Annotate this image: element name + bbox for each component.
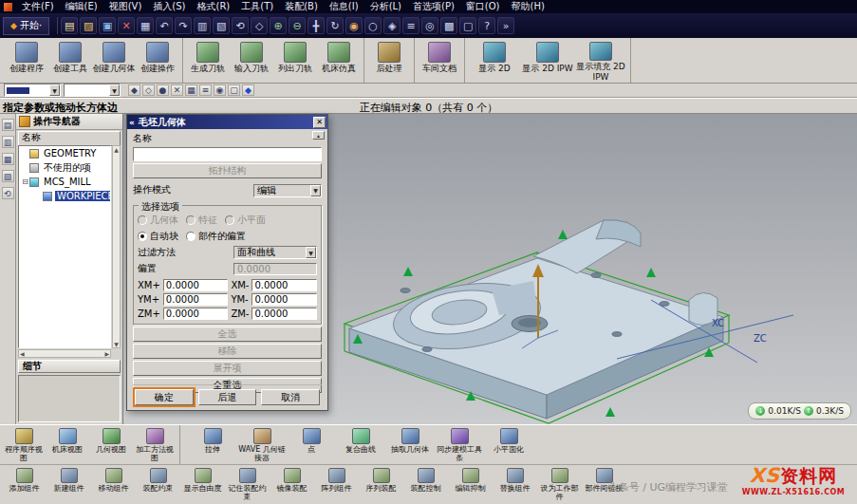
name-input[interactable] (133, 147, 322, 161)
copy-icon[interactable]: ▥ (194, 17, 211, 34)
name-column-header[interactable]: 名称 (18, 131, 121, 146)
chevron-down-icon[interactable]: ▼ (310, 185, 321, 196)
snap-view-icon[interactable]: ▩ (440, 17, 457, 34)
radio-auto-block[interactable] (138, 232, 147, 241)
save-icon[interactable]: ▣ (99, 17, 116, 34)
back-button[interactable]: 后退 (198, 389, 257, 405)
scroll-left-icon[interactable]: ◀ (20, 350, 25, 357)
mode-select[interactable]: 编辑 ▼ (253, 184, 322, 197)
refresh-icon[interactable]: ⟲ (232, 17, 249, 34)
type-filter-combo[interactable]: ▼ (4, 84, 61, 97)
composite-curve-button[interactable]: 复合曲线 (336, 425, 385, 464)
radio-feature[interactable] (186, 215, 196, 225)
scroll-down-icon[interactable]: ▼ (114, 341, 119, 347)
menu-item[interactable]: 信息(I) (324, 0, 364, 13)
create-program-button[interactable]: 创建程序 (5, 39, 48, 82)
start-menu-button[interactable]: ◆ 开始· (3, 17, 49, 35)
details-section-header[interactable]: 细节 (18, 360, 121, 373)
add-component-button[interactable]: 添加组件 (2, 465, 47, 504)
snap-point-icon[interactable]: ◆ (128, 84, 140, 96)
tree-horizontal-scrollbar[interactable]: ◀▶ (18, 349, 111, 358)
constraint-navigator-icon[interactable]: ▥ (2, 136, 14, 148)
display-mode-icon[interactable]: ◉ (214, 84, 226, 96)
cancel-button[interactable]: 取消 (261, 389, 320, 405)
menu-item[interactable]: 视图(V) (103, 0, 148, 13)
limit-field-input[interactable]: 0.0000 (163, 308, 229, 320)
shaded-view-icon[interactable]: ◉ (345, 17, 363, 34)
remember-constraints-button[interactable]: 记住装配约束 (225, 465, 270, 504)
pan-icon[interactable]: ╋ (307, 17, 325, 34)
geometry-view-button[interactable]: 几何视图 (89, 425, 133, 464)
reuse-library-icon[interactable]: ▧ (2, 170, 14, 182)
create-tool-button[interactable]: 创建工具 (48, 39, 92, 82)
replay-toolpath-button[interactable]: 输入刀轨 (230, 39, 273, 82)
pattern-component-button[interactable]: 阵列组件 (314, 465, 359, 504)
facet-body-button[interactable]: 小平面化 (484, 425, 533, 464)
show-2d-button[interactable]: 显示 2D (468, 39, 521, 82)
mirror-assembly-button[interactable]: 镜像装配 (270, 465, 314, 504)
layer-icon[interactable]: ≡ (199, 84, 212, 96)
expand-item-button[interactable]: 展开项 (133, 361, 322, 376)
replace-component-button[interactable]: 替换组件 (493, 465, 537, 504)
radio-part-offset[interactable] (186, 232, 196, 241)
selection-scope-combo[interactable]: ▼ (64, 84, 121, 97)
tree-item-mcs-mill[interactable]: ⊟ MCS_MILL (19, 175, 110, 189)
grid-snap-icon[interactable]: ▦ (185, 84, 197, 96)
show-hide-icon[interactable]: ▢ (228, 84, 240, 96)
help-icon[interactable]: ? (478, 17, 495, 34)
radio-geometry[interactable] (138, 215, 147, 225)
layer-settings-icon[interactable]: ≡ (402, 17, 419, 34)
new-file-icon[interactable]: ▤ (61, 17, 78, 34)
dialog-title-bar[interactable]: « 毛坯几何体 ✕ (127, 115, 327, 129)
move-component-button[interactable]: 移动组件 (91, 465, 136, 504)
zoom-out-icon[interactable]: ⊖ (289, 17, 306, 34)
shop-documentation-button[interactable]: 车间文档 (418, 39, 461, 82)
remove-button[interactable]: 移除 (133, 344, 322, 359)
list-toolpath-button[interactable]: 列出刀轨 (273, 39, 317, 82)
paste-icon[interactable]: ▧ (213, 17, 230, 34)
arrangements-button[interactable]: 装配控制 (403, 465, 448, 504)
select-all-button[interactable]: 全选 (133, 327, 322, 342)
tree-item-geometry[interactable]: GEOMETRY (19, 146, 110, 160)
undo-icon[interactable]: ↶ (156, 17, 173, 34)
limit-field-input[interactable]: 0.0000 (163, 293, 229, 306)
fit-view-icon[interactable]: ◇ (251, 17, 268, 34)
limit-field-input[interactable]: 0.0000 (252, 279, 317, 291)
generate-toolpath-button[interactable]: 生成刀轨 (186, 39, 230, 82)
postprocess-button[interactable]: 后处理 (367, 39, 411, 82)
scroll-right-icon[interactable]: ▶ (104, 350, 109, 357)
assembly-navigator-icon[interactable]: ▤ (2, 119, 14, 131)
simulate-machine-button[interactable]: 机床仿真 (317, 39, 361, 82)
tree-item-unused[interactable]: 不使用的项 (19, 160, 110, 175)
machine-tool-view-button[interactable]: 机床视图 (46, 425, 89, 464)
show-2d-ipw-button[interactable]: 显示 2D IPW (521, 39, 574, 82)
menu-item[interactable]: 工具(T) (235, 0, 279, 13)
menu-item[interactable]: 文件(F) (16, 0, 60, 13)
scroll-up-icon[interactable]: ▲ (114, 146, 119, 153)
navigator-title-bar[interactable]: 操作导航器 (16, 114, 122, 130)
menu-item[interactable]: 插入(S) (147, 0, 191, 13)
mid-point-icon[interactable]: ● (157, 84, 169, 96)
history-palette-icon[interactable]: ⟲ (2, 187, 14, 199)
show-filled-2d-ipw-button[interactable]: 显示填充 2D IPW (574, 39, 627, 82)
wireframe-view-icon[interactable]: ○ (364, 17, 382, 34)
more-commands-icon[interactable]: » (497, 17, 514, 34)
intersection-point-icon[interactable]: ✕ (171, 84, 183, 96)
chevron-down-icon[interactable]: ▼ (49, 84, 60, 96)
menu-item[interactable]: 帮助(H) (506, 0, 550, 13)
menu-item[interactable]: 分析(L) (364, 0, 407, 13)
synchronous-modeling-button[interactable]: 同步建模工具条 (435, 425, 484, 464)
zoom-in-icon[interactable]: ⊕ (270, 17, 287, 34)
make-work-part-button[interactable]: 设为工作部件 (537, 465, 582, 504)
app-icon[interactable] (4, 3, 12, 11)
filter-select[interactable]: 面和曲线 ▼ (233, 246, 317, 259)
show-dof-button[interactable]: 显示自由度 (180, 465, 225, 504)
expand-toggle[interactable]: ⊟ (21, 177, 29, 186)
tree-vertical-scrollbar[interactable]: ▲▼ (112, 145, 121, 348)
part-navigator-icon[interactable]: ▦ (2, 153, 14, 165)
topology-button[interactable]: 拓扑结构 (133, 163, 322, 178)
extract-geometry-button[interactable]: 抽取几何体 (385, 425, 435, 464)
menu-item[interactable]: 窗口(O) (460, 0, 506, 13)
info-icon[interactable]: ◆ (242, 84, 254, 96)
new-component-button[interactable]: 新建组件 (47, 465, 91, 504)
